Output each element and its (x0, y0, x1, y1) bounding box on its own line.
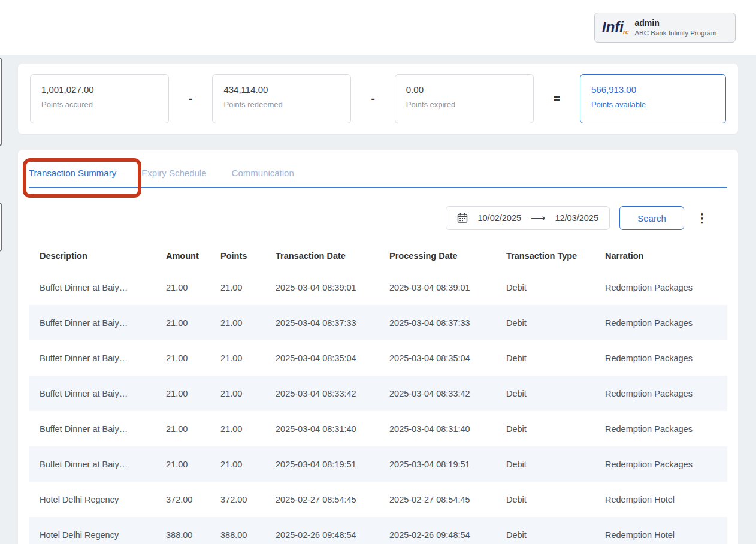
transactions-table: Description Amount Points Transaction Da… (29, 242, 727, 544)
table-cell: Buffet Dinner at Baiy… (29, 411, 155, 446)
table-cell: 21.00 (155, 340, 210, 376)
col-amount: Amount (155, 242, 210, 270)
equals-operator: = (550, 92, 564, 105)
table-cell: 2025-03-04 08:39:01 (379, 270, 495, 305)
points-accrued-label: Points accured (41, 100, 158, 109)
kebab-menu-icon[interactable]: ⋮ (694, 212, 710, 224)
table-cell: 21.00 (210, 270, 265, 305)
table-cell: Debit (495, 270, 594, 305)
table-cell: 2025-03-04 08:37:33 (265, 305, 379, 340)
table-cell: 2025-03-04 08:33:42 (379, 376, 495, 411)
brand-logo: Infire (602, 20, 628, 35)
table-cell: 21.00 (210, 411, 265, 446)
table-cell: Redemption Packages (594, 411, 727, 446)
table-cell: 21.00 (155, 446, 210, 482)
filter-row: 10/02/2025 ⟶ 12/03/2025 Search ⋮ (18, 206, 738, 230)
minus-operator: - (367, 92, 378, 105)
col-transaction-type: Transaction Type (495, 242, 594, 270)
table-row: Buffet Dinner at Baiy…21.0021.002025-03-… (29, 446, 727, 482)
table-cell: 2025-03-04 08:19:51 (379, 446, 495, 482)
table-cell: Redemption Packages (594, 305, 727, 340)
col-transaction-date: Transaction Date (265, 242, 379, 270)
account-badge[interactable]: Infire admin ABC Bank Infinity Program (594, 13, 736, 43)
table-cell: 2025-02-27 08:54:45 (379, 482, 495, 517)
table-row: Buffet Dinner at Baiy…21.0021.002025-03-… (29, 411, 727, 446)
points-redeemed-value: 434,114.00 (223, 84, 340, 95)
transactions-card: Transaction Summary Expiry Schedule Comm… (18, 150, 738, 544)
col-points: Points (210, 242, 265, 270)
table-cell: 21.00 (210, 340, 265, 376)
col-processing-date: Processing Date (379, 242, 495, 270)
from-date-value[interactable]: 10/02/2025 (477, 213, 521, 223)
table-cell: 21.00 (155, 270, 210, 305)
table-cell: 372.00 (210, 482, 265, 517)
table-cell: 2025-03-04 08:39:01 (265, 270, 379, 305)
points-summary-card: 1,001,027.00 Points accured - 434,114.00… (18, 64, 738, 134)
table-cell: 21.00 (210, 305, 265, 340)
table-cell: Redemption Packages (594, 340, 727, 376)
col-narration: Narration (594, 242, 727, 270)
points-expired-value: 0.00 (406, 84, 522, 95)
table-header-row: Description Amount Points Transaction Da… (29, 242, 727, 270)
table-row: Buffet Dinner at Baiy…21.0021.002025-03-… (29, 305, 727, 340)
table-cell: 2025-03-04 08:19:51 (265, 446, 379, 482)
tab-expiry-schedule[interactable]: Expiry Schedule (141, 168, 206, 187)
points-accrued-box: 1,001,027.00 Points accured (30, 74, 169, 123)
table-cell: 2025-02-26 09:48:54 (265, 517, 379, 544)
table-cell: 372.00 (155, 482, 210, 517)
table-row: Hotel Delhi Regency372.00372.002025-02-2… (29, 482, 727, 517)
table-row: Buffet Dinner at Baiy…21.0021.002025-03-… (29, 270, 727, 305)
table-row: Buffet Dinner at Baiy…21.0021.002025-03-… (29, 340, 727, 376)
table-cell: Debit (495, 305, 594, 340)
table-cell: 21.00 (210, 376, 265, 411)
points-redeemed-box: 434,114.00 Points redeemed (212, 74, 351, 123)
table-cell: 21.00 (210, 446, 265, 482)
table-cell: Redemption Hotel (594, 517, 727, 544)
points-available-value: 566,913.00 (591, 84, 715, 95)
table-cell: 2025-03-04 08:37:33 (379, 305, 495, 340)
tab-transaction-summary[interactable]: Transaction Summary (29, 168, 116, 187)
tab-communication[interactable]: Communication (232, 168, 294, 187)
table-cell: Redemption Packages (594, 270, 727, 305)
table-cell: 2025-03-04 08:33:42 (265, 376, 379, 411)
table-cell: Debit (495, 517, 594, 544)
col-description: Description (29, 242, 155, 270)
table-cell: Buffet Dinner at Baiy… (29, 376, 155, 411)
top-header: Infire admin ABC Bank Infinity Program (0, 0, 756, 55)
table-cell: 2025-02-27 08:54:45 (265, 482, 379, 517)
date-range-picker[interactable]: 10/02/2025 ⟶ 12/03/2025 (446, 206, 610, 230)
tabs-underline (29, 187, 727, 188)
table-cell: 21.00 (155, 376, 210, 411)
points-expired-box: 0.00 Points expired (395, 74, 534, 123)
table-cell: Buffet Dinner at Baiy… (29, 270, 155, 305)
table-cell: 21.00 (155, 411, 210, 446)
table-cell: Debit (495, 446, 594, 482)
table-cell: Debit (495, 482, 594, 517)
points-accrued-value: 1,001,027.00 (41, 84, 158, 95)
points-available-label: Points available (591, 100, 715, 109)
table-cell: 2025-03-04 08:31:40 (379, 411, 495, 446)
table-cell: 21.00 (155, 305, 210, 340)
search-button[interactable]: Search (619, 206, 684, 230)
table-row: Hotel Delhi Regency388.00388.002025-02-2… (29, 517, 727, 544)
left-edge-fragment (0, 203, 2, 252)
table-cell: Redemption Packages (594, 446, 727, 482)
table-cell: 2025-03-04 08:35:04 (379, 340, 495, 376)
table-cell: Debit (495, 411, 594, 446)
table-cell: Redemption Hotel (594, 482, 727, 517)
table-cell: Buffet Dinner at Baiy… (29, 340, 155, 376)
table-cell: Debit (495, 340, 594, 376)
minus-operator: - (185, 92, 196, 105)
table-cell: Buffet Dinner at Baiy… (29, 305, 155, 340)
table-cell: Buffet Dinner at Baiy… (29, 446, 155, 482)
tabs-bar: Transaction Summary Expiry Schedule Comm… (18, 150, 738, 187)
table-cell: 2025-03-04 08:35:04 (265, 340, 379, 376)
calendar-icon[interactable] (457, 213, 468, 223)
table-cell: 2025-03-04 08:31:40 (265, 411, 379, 446)
table-cell: Debit (495, 376, 594, 411)
account-username: admin (634, 18, 716, 29)
to-date-value[interactable]: 12/03/2025 (555, 213, 598, 223)
table-cell: 388.00 (210, 517, 265, 544)
brand-logo-sub: re (623, 29, 628, 35)
table-cell: 388.00 (155, 517, 210, 544)
